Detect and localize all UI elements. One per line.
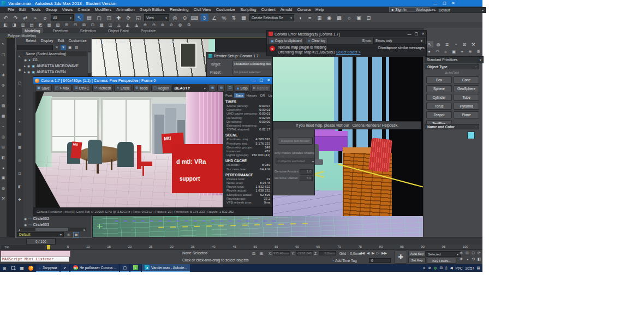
toolbar-icon[interactable]: ▦ xyxy=(2,114,5,118)
menu-item[interactable]: Corona xyxy=(297,7,311,12)
menu-item[interactable]: Group xyxy=(46,7,57,12)
category-icon[interactable]: ☼ xyxy=(442,49,449,55)
category-icon[interactable]: ◠ xyxy=(434,49,441,55)
toolbar-icon[interactable]: ◨ xyxy=(11,22,17,28)
category-icon[interactable]: ⌖ xyxy=(458,49,466,55)
ribbon-tab[interactable]: Object Paint xyxy=(106,28,131,33)
toolbar-icon[interactable]: ⊞ xyxy=(2,145,5,150)
primitive-button[interactable]: Pyramid xyxy=(454,103,479,110)
toolbar-icon[interactable]: ⌖ xyxy=(19,94,21,98)
nav-icon[interactable]: ⟳ xyxy=(476,251,482,256)
filter-icon[interactable]: ▼ xyxy=(61,45,66,50)
toolbar-icon[interactable]: ⟳ xyxy=(2,84,5,88)
toolbar-icon[interactable]: ↖ xyxy=(18,55,21,59)
menu-item[interactable]: Customize xyxy=(216,7,235,12)
explorer-menu-item[interactable]: Select xyxy=(26,39,36,43)
toolbar-icon[interactable]: ⌖ xyxy=(2,63,4,67)
vfb-toolbar-button[interactable]: ▢Region xyxy=(151,85,171,92)
toolbar-icon[interactable]: 3 xyxy=(200,14,208,21)
zoom-icon[interactable]: ⊖ xyxy=(217,85,225,92)
taskbar-app-lumion[interactable]: L xyxy=(130,264,141,272)
vfb-tab[interactable]: Post xyxy=(224,93,233,98)
toolbar-icon[interactable]: ⊞ xyxy=(315,14,324,21)
toolbar-icon[interactable]: ⌁ xyxy=(31,14,39,21)
absolute-mode-icon[interactable]: ⊞ xyxy=(260,252,263,256)
explorer-preset-select[interactable]: Default xyxy=(17,232,64,237)
copy-to-clipboard-button[interactable]: ▣Copy to clipboard xyxy=(269,38,304,44)
primitive-button[interactable]: Torus xyxy=(426,103,452,110)
maximize-icon[interactable]: ▢ xyxy=(415,32,419,36)
timeline[interactable]: 1% 0510152025303540455055606570758085909… xyxy=(0,245,482,250)
viewport-label[interactable]: [ + ] [ Perspective ] [ Standard ] [ Edg… xyxy=(96,40,176,44)
toolbar-icon[interactable]: ● xyxy=(19,107,21,111)
target-select[interactable]: Production Rendering Mode xyxy=(232,61,271,67)
scroll-right-icon[interactable]: ▶ xyxy=(82,228,87,231)
menu-item[interactable]: Edit xyxy=(19,7,26,12)
playback-icon[interactable]: ◀ xyxy=(367,251,369,255)
nav-icon[interactable]: ◧ xyxy=(476,257,482,262)
toolbar-icon[interactable]: ◎ xyxy=(171,14,179,21)
add-time-tag[interactable]: ◔ Add Time Tag xyxy=(332,259,357,263)
category-icon[interactable]: ▣ xyxy=(450,49,457,55)
auto-key-button[interactable]: Auto Key xyxy=(408,251,426,257)
category-icon[interactable]: ≋ xyxy=(467,49,474,55)
start-button-icon[interactable]: ⊞ xyxy=(0,264,9,272)
vfb-tab[interactable]: History xyxy=(246,93,258,98)
resume-render-button[interactable]: Resume last render xyxy=(278,137,313,145)
toolbar-icon[interactable]: ▣ xyxy=(2,176,5,180)
select-object-link[interactable]: Select object > xyxy=(336,50,361,54)
toolbar-icon[interactable]: ◍ xyxy=(2,186,5,190)
close-icon[interactable]: ✕ xyxy=(452,1,455,5)
toolbar-icon[interactable]: ◐ xyxy=(19,120,21,123)
nav-icon[interactable]: ⟲ xyxy=(470,257,476,262)
expand-arrow-icon[interactable]: ▸ xyxy=(24,64,26,68)
taskbar-app-chrome[interactable]: Не работает Corona ... xyxy=(70,264,120,272)
list-item[interactable]: ▸ ◉ ▣ ANRÄTTA OVEN xyxy=(24,69,87,75)
playback-icon[interactable]: ▷ xyxy=(377,251,379,255)
settings-icon[interactable]: ≋ xyxy=(66,232,71,237)
horizontal-scrollbar[interactable]: ◀ ▶ xyxy=(17,228,87,231)
toolbar-icon[interactable]: ◧ xyxy=(18,184,21,189)
explorer-column-header[interactable]: Name (Sorted Ascending) xyxy=(17,51,87,56)
named-selection-select[interactable]: Create Selection Se xyxy=(249,14,294,21)
toolbar-icon[interactable]: ⊡ xyxy=(18,171,21,176)
minimize-icon[interactable]: — xyxy=(252,79,256,82)
display-icon[interactable]: ⊡ xyxy=(440,266,443,270)
excluded-objects-select[interactable]: 0 objects excluded xyxy=(276,158,315,164)
toolbar-icon[interactable]: ◉ xyxy=(18,68,21,72)
toolbar-icon[interactable]: % xyxy=(220,14,228,21)
start-render-button[interactable]: ▶Render xyxy=(251,85,271,92)
toolbar-icon[interactable]: ⚒ xyxy=(2,196,5,201)
toolbar-icon[interactable]: ↷ xyxy=(11,14,20,21)
toolbar-icon[interactable]: ☼ xyxy=(345,14,353,21)
menu-item[interactable]: Create xyxy=(77,7,90,12)
menu-item[interactable]: Scripting xyxy=(240,7,256,12)
battery-icon[interactable]: ▯ xyxy=(445,266,448,270)
preset-select[interactable]: No preset selected xyxy=(232,69,271,75)
list-item[interactable]: ▸ ◉ ▣ ANRÄTTA MICROWAVE xyxy=(24,63,87,69)
toolbar-icon[interactable]: ▢ xyxy=(2,52,5,57)
selection-lock-icon[interactable]: ⊡ xyxy=(252,252,255,256)
vfb-toolbar-button[interactable]: ⊞Ctrl+C xyxy=(73,85,91,92)
vfb-toolbar-button[interactable]: ⚙Tools xyxy=(133,85,150,92)
toolbar-icon[interactable]: ◐ xyxy=(2,94,4,98)
toolbar-icon[interactable]: ◩ xyxy=(37,22,44,28)
toolbar-icon[interactable]: ◧ xyxy=(2,22,9,28)
toolbar-icon[interactable]: ⊞ xyxy=(63,22,70,28)
primitive-button[interactable]: Tube xyxy=(454,94,479,101)
network-icon[interactable]: ⊘ xyxy=(428,266,431,270)
nav-icon[interactable]: ⊡ xyxy=(470,251,476,256)
toolbar-icon[interactable]: ✚ xyxy=(2,73,5,77)
playback-icon[interactable]: ◀◀ xyxy=(359,251,365,255)
toolbar-icon[interactable]: ◱ xyxy=(134,14,142,21)
denoise-amount-field[interactable]: 1,0 xyxy=(300,169,313,175)
show-filter-select[interactable]: Errors only xyxy=(373,38,425,44)
toolbar-icon[interactable]: ▤ xyxy=(2,104,5,108)
minimize-icon[interactable]: — xyxy=(433,2,437,5)
menu-item[interactable]: Content xyxy=(261,7,275,12)
expand-arrow-icon[interactable]: ▸ xyxy=(24,70,26,74)
toolbar-icon[interactable]: ⟳ xyxy=(124,14,133,21)
error-dialog-title-bar[interactable]: Corona Error Message(s) [Corona 1.7] — ▢… xyxy=(267,31,426,37)
toolbar-icon[interactable]: ▦ xyxy=(46,22,52,28)
nav-icon[interactable]: ◔ xyxy=(464,257,470,262)
